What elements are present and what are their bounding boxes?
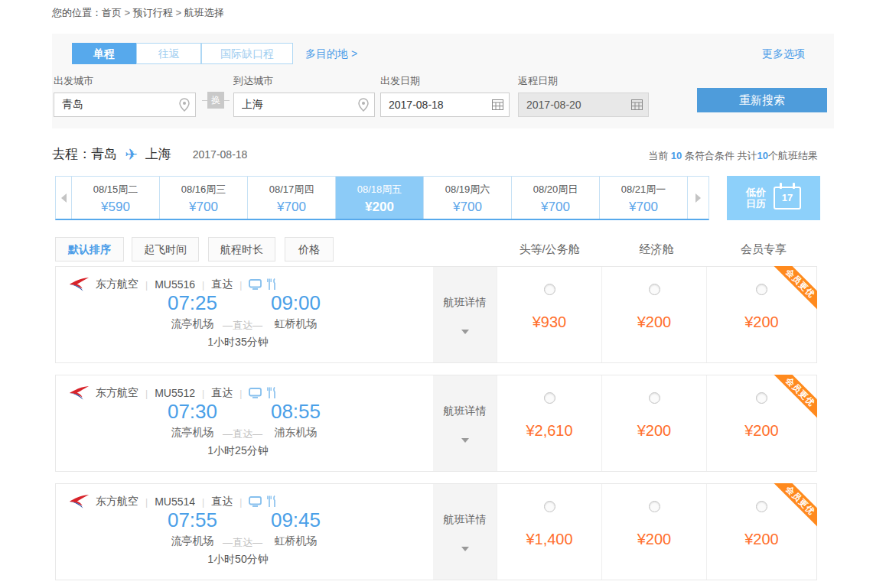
plane-icon: ✈	[125, 146, 138, 163]
location-pin-icon	[358, 98, 369, 112]
calendar-icon	[631, 99, 643, 110]
swap-cities-wrap: 换	[202, 92, 230, 109]
separator	[138, 278, 155, 291]
depart-date-input[interactable]	[380, 93, 510, 117]
separator	[138, 387, 155, 399]
flight-detail-toggle[interactable]: 航班详情	[433, 375, 497, 471]
arrival-city-input[interactable]	[233, 93, 375, 117]
breadcrumb-prefix: 您的位置：	[52, 7, 102, 18]
sort-price-button[interactable]: 价格	[285, 237, 334, 262]
amenity-icons	[249, 387, 276, 398]
fare-radio[interactable]	[649, 501, 660, 512]
departure-city-input[interactable]	[54, 93, 196, 117]
flight-detail-label: 航班详情	[444, 404, 487, 418]
flight-number: MU5516	[155, 278, 195, 291]
fare-radio[interactable]	[544, 284, 555, 295]
route-type: 直达	[211, 278, 233, 291]
fare-cell-first-business[interactable]: ¥2,610	[497, 375, 601, 471]
tab-one-way[interactable]: 单程	[72, 43, 136, 64]
search-panel: 单程 往返 国际缺口程 多目的地 > 更多选项 出发城市 换 到达城市 出发日期	[52, 34, 834, 128]
arrival-airport: 虹桥机场	[240, 317, 351, 331]
flight-number: MU5514	[155, 495, 195, 508]
date-tab-label: 08/18周五	[336, 183, 423, 197]
fare-radio[interactable]	[756, 501, 767, 512]
breadcrumb-item[interactable]: 预订行程	[122, 7, 173, 18]
tab-round-trip[interactable]: 往返	[136, 43, 201, 64]
meal-icon	[267, 278, 276, 290]
meal-icon	[267, 495, 276, 507]
price-value: ¥200	[707, 313, 816, 331]
price-value: ¥930	[497, 313, 601, 331]
fare-radio[interactable]	[649, 392, 660, 404]
breadcrumb: 您的位置：首页预订行程航班选择	[52, 6, 224, 20]
fare-cell-economy[interactable]: ¥200	[601, 484, 706, 580]
member-deal-ribbon: 会员更优	[773, 375, 817, 419]
swap-dash-right	[224, 100, 230, 101]
arrival-block: 09:45 虹桥机场	[240, 508, 351, 548]
chevron-left-icon	[61, 193, 67, 203]
separator	[233, 278, 249, 291]
date-tab-price: ¥700	[512, 200, 599, 215]
fare-cell-economy[interactable]: ¥200	[601, 267, 706, 362]
arrival-block: 09:00 虹桥机场	[240, 291, 351, 331]
results-summary: 当前 10 条符合条件 共计10个航班结果	[648, 149, 818, 163]
route-to: 上海	[145, 147, 171, 161]
fare-radio[interactable]	[649, 284, 660, 295]
flight-header: 东方航空 MU5516 直达	[68, 276, 276, 292]
breadcrumb-item[interactable]: 首页	[102, 7, 122, 18]
low-price-calendar-label: 低价 日历	[746, 187, 766, 210]
date-tab[interactable]: 08/21周一 ¥700	[599, 177, 687, 219]
breadcrumb-item[interactable]: 航班选择	[173, 7, 224, 18]
departure-time: 07:30	[137, 400, 248, 424]
fare-radio[interactable]	[756, 392, 767, 404]
route-date: 2017-08-18	[193, 148, 248, 161]
fare-cell-economy[interactable]: ¥200	[601, 375, 706, 471]
search-again-button[interactable]: 重新搜索	[697, 88, 827, 112]
fare-cell-first-business[interactable]: ¥1,400	[497, 484, 601, 580]
fare-cell-first-business[interactable]: ¥930	[497, 267, 601, 362]
more-options-link[interactable]: 更多选项	[762, 47, 805, 61]
column-header-member: 会员专享	[710, 237, 817, 262]
date-tab[interactable]: 08/15周二 ¥590	[71, 177, 159, 219]
flight-duration: 1小时35分钟	[182, 336, 294, 349]
entertainment-tv-icon	[249, 279, 262, 290]
swap-dash-left	[202, 100, 207, 101]
date-tab[interactable]: 08/17周四 ¥700	[247, 177, 335, 219]
flight-number: MU5512	[155, 387, 195, 399]
sort-departure-time-button[interactable]: 起飞时间	[132, 237, 199, 262]
swap-cities-button[interactable]: 换	[207, 92, 224, 109]
arrival-time: 09:00	[240, 291, 351, 315]
flight-header: 东方航空 MU5514 直达	[68, 493, 276, 509]
return-date-input[interactable]	[518, 93, 649, 117]
date-tab[interactable]: 08/19周六 ¥700	[423, 177, 511, 219]
chevron-right-icon	[695, 193, 701, 203]
flight-detail-toggle[interactable]: 航班详情	[433, 267, 497, 362]
date-tab[interactable]: 08/16周三 ¥700	[159, 177, 247, 219]
ribbon-label: 会员更优	[773, 375, 817, 419]
next-dates-arrow[interactable]	[687, 177, 708, 219]
flight-detail-toggle[interactable]: 航班详情	[433, 484, 497, 580]
multi-city-link[interactable]: 多目的地 >	[305, 43, 357, 64]
date-tab[interactable]: 08/18周五 ¥200	[335, 177, 423, 219]
fare-radio[interactable]	[544, 392, 555, 404]
flight-row: 东方航空 MU5516 直达 07:25 流亭机场 —直达— 09:00 虹桥机…	[55, 266, 817, 363]
sort-duration-button[interactable]: 航程时长	[208, 237, 275, 262]
tab-open-jaw[interactable]: 国际缺口程	[201, 43, 293, 64]
chevron-down-icon	[461, 438, 469, 443]
route-type: 直达	[211, 386, 233, 400]
date-tab-label: 08/19周六	[424, 183, 511, 197]
flight-detail-label: 航班详情	[444, 513, 487, 527]
date-tab-label: 08/15周二	[72, 183, 159, 197]
sort-default-button[interactable]: 默认排序	[55, 237, 124, 262]
fare-radio[interactable]	[756, 284, 767, 295]
date-tab-price: ¥590	[72, 200, 159, 215]
arrival-airport: 虹桥机场	[240, 534, 351, 548]
date-tab[interactable]: 08/20周日 ¥700	[511, 177, 599, 219]
price-value: ¥2,610	[497, 422, 601, 440]
fare-radio[interactable]	[544, 501, 555, 512]
low-price-calendar-button[interactable]: 低价 日历 17	[727, 176, 820, 220]
arrival-time: 08:55	[240, 400, 351, 424]
prev-dates-arrow[interactable]	[56, 177, 71, 219]
ribbon-label: 会员更优	[773, 483, 817, 528]
date-tab-price: ¥700	[600, 200, 687, 215]
